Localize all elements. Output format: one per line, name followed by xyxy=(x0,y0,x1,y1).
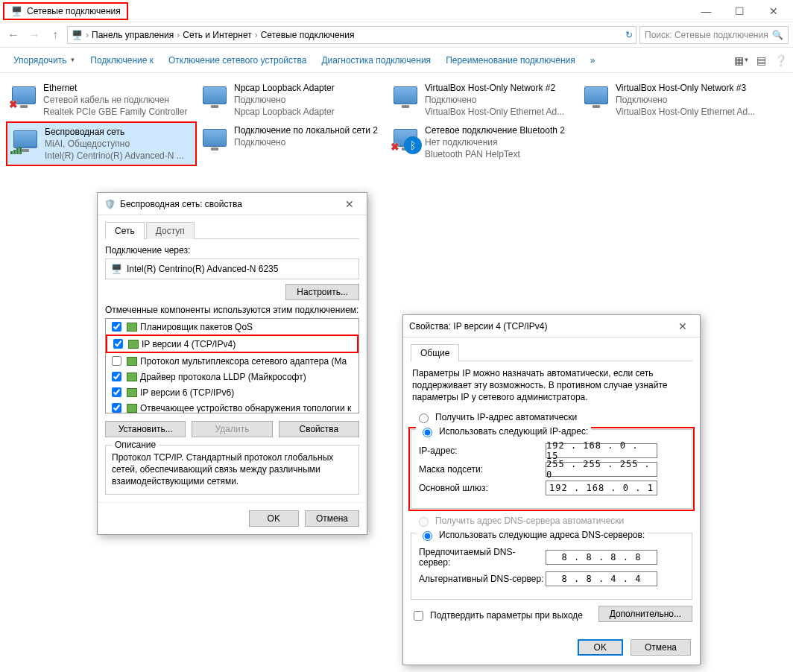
ok-button[interactable]: OK xyxy=(249,510,299,527)
disconnected-icon: ✖ xyxy=(391,141,399,153)
help-icon[interactable]: ❔ xyxy=(774,54,787,67)
breadcrumb-1[interactable]: Панель управления xyxy=(92,30,174,40)
breadcrumb[interactable]: 🖥️ › Панель управления › Сеть и Интернет… xyxy=(67,26,636,44)
adapter-item[interactable]: Npcap Loopback AdapterПодключеноNpcap Lo… xyxy=(197,79,388,121)
confirm-checkbox-row[interactable]: Подтвердить параметры при выходе xyxy=(411,609,583,623)
adapter-item[interactable]: ✖ᛒСетевое подключение Bluetooth 2Нет под… xyxy=(388,121,578,167)
wireless-properties-dialog: 🛡️ Беспроводная сеть: свойства ✕ Сеть До… xyxy=(97,192,367,535)
subnet-mask-input[interactable]: 255 . 255 . 255 . 0 xyxy=(546,462,657,477)
component-checkbox[interactable] xyxy=(113,339,123,349)
component-checkbox[interactable] xyxy=(112,403,121,413)
adapter-item[interactable]: VirtualBox Host-Only Network #2Подключен… xyxy=(388,79,578,121)
dialog-close-button[interactable]: ✕ xyxy=(338,195,361,213)
disable-device-menu[interactable]: Отключение сетевого устройства xyxy=(161,51,314,70)
cancel-button[interactable]: Отмена xyxy=(305,510,359,527)
close-button[interactable]: ✕ xyxy=(756,1,790,22)
protocol-icon xyxy=(128,340,139,349)
adapter-name: VirtualBox Host-Only Network #2 xyxy=(425,82,564,94)
component-label: IP версии 4 (TCP/IPv4) xyxy=(142,339,236,349)
install-button[interactable]: Установить... xyxy=(105,421,186,437)
adapter-icon: ✖ xyxy=(10,82,37,109)
ok-button-2[interactable]: OK xyxy=(578,639,623,656)
preview-pane-icon[interactable]: ▤ xyxy=(754,54,768,67)
breadcrumb-3[interactable]: Сетевые подключения xyxy=(261,30,355,40)
gateway-input[interactable]: 192 . 168 . 0 . 1 xyxy=(546,481,657,495)
component-checkbox[interactable] xyxy=(112,322,121,332)
breadcrumb-2[interactable]: Сеть и Интернет xyxy=(183,30,251,40)
component-checkbox[interactable] xyxy=(112,387,121,397)
protocol-icon xyxy=(127,357,137,366)
component-item[interactable]: IP версии 4 (TCP/IPv4) xyxy=(106,335,358,353)
dialog2-close-button[interactable]: ✕ xyxy=(672,317,694,335)
adapter-icon xyxy=(12,126,39,153)
tab-access[interactable]: Доступ xyxy=(146,222,195,239)
adapter-item[interactable]: VirtualBox Host-Only Network #3Подключен… xyxy=(578,79,769,121)
dns2-input[interactable]: 8 . 8 . 4 . 4 xyxy=(546,571,657,586)
adapter-description: Realtek PCIe GBE Family Controller xyxy=(43,106,187,118)
component-checkbox[interactable] xyxy=(112,356,121,366)
component-label: Драйвер протокола LLDP (Майкрософт) xyxy=(140,372,306,382)
adapter-name: Подключение по локальной сети 2 xyxy=(234,124,378,136)
auto-ip-radio-input[interactable] xyxy=(419,413,429,423)
description-title: Описание xyxy=(112,440,159,450)
use-dns-radio-input[interactable] xyxy=(423,531,432,541)
protocol-icon xyxy=(127,323,137,332)
use-ip-radio[interactable]: Использовать следующий IP-адрес: xyxy=(416,425,591,437)
configure-button[interactable]: Настроить... xyxy=(285,284,359,300)
bluetooth-icon: ᛒ xyxy=(404,136,422,154)
dns1-input[interactable]: 8 . 8 . 8 . 8 xyxy=(546,550,657,565)
maximize-button[interactable]: ☐ xyxy=(723,1,756,22)
rename-menu[interactable]: Переименование подключения xyxy=(438,51,583,70)
use-ip-fieldset: Использовать следующий IP-адрес: IP-адре… xyxy=(411,429,692,509)
adapter-description: Intel(R) Centrino(R) Advanced-N ... xyxy=(45,150,184,162)
component-label: IP версии 6 (TCP/IPv6) xyxy=(140,387,234,398)
adapter-item[interactable]: Беспроводная сетьMiAI, ОбщедоступноIntel… xyxy=(6,121,197,167)
auto-dns-radio-input xyxy=(419,517,429,527)
component-item[interactable]: Драйвер протокола LLDP (Майкрософт) xyxy=(106,369,358,384)
component-checkbox[interactable] xyxy=(112,372,121,381)
adapter-item[interactable]: ✖EthernetСетевой кабель не подключенReal… xyxy=(6,79,197,121)
confirm-checkbox[interactable] xyxy=(414,611,423,621)
subnet-mask-label: Маска подсети: xyxy=(419,464,546,475)
tab-network[interactable]: Сеть xyxy=(105,222,145,239)
adapter-field: 🖥️ Intel(R) Centrino(R) Advanced-N 6235 xyxy=(105,259,359,279)
connect-to-menu[interactable]: Подключение к xyxy=(83,51,161,70)
more-menu[interactable]: » xyxy=(583,51,603,70)
shield-icon: 🛡️ xyxy=(104,198,116,210)
component-item[interactable]: IP версии 6 (TCP/IPv6) xyxy=(106,384,358,400)
adapter-name: Беспроводная сеть xyxy=(45,126,184,138)
organize-menu[interactable]: Упорядочить▼ xyxy=(6,51,83,70)
tab-general[interactable]: Общие xyxy=(411,344,459,361)
back-button[interactable]: ← xyxy=(4,26,22,44)
use-ip-radio-input[interactable] xyxy=(423,428,432,437)
adapter-status: Подключено xyxy=(616,94,755,106)
adapter-description: Bluetooth PAN HelpText xyxy=(425,148,565,160)
components-list[interactable]: Планировщик пакетов QoSIP версии 4 (TCP/… xyxy=(105,318,359,413)
up-button[interactable]: ↑ xyxy=(46,26,64,44)
advanced-button[interactable]: Дополнительно... xyxy=(598,606,692,622)
adapter-item[interactable]: Подключение по локальной сети 2Подключен… xyxy=(197,121,388,167)
adapter-name: Сетевое подключение Bluetooth 2 xyxy=(425,124,565,136)
component-item[interactable]: Протокол мультиплексора сетевого адаптер… xyxy=(106,353,358,369)
adapter-status: Сетевой кабель не подключен xyxy=(43,94,187,106)
forward-button[interactable]: → xyxy=(25,26,43,44)
view-icon[interactable]: ▦▼ xyxy=(735,54,748,67)
protocol-icon xyxy=(127,388,137,397)
diagnose-menu[interactable]: Диагностика подключения xyxy=(314,51,438,70)
remove-button[interactable]: Удалить xyxy=(192,421,272,437)
window-title: Сетевые подключения xyxy=(27,6,121,16)
refresh-icon[interactable]: ↻ xyxy=(625,30,633,40)
search-input[interactable]: Поиск: Сетевые подключения 🔍 xyxy=(639,26,789,44)
use-dns-radio[interactable]: Использовать следующие адреса DNS-сервер… xyxy=(416,529,648,541)
ip-address-input[interactable]: 192 . 168 . 0 . 15 xyxy=(546,443,657,458)
properties-button[interactable]: Свойства xyxy=(279,421,359,437)
minimize-button[interactable]: — xyxy=(689,1,723,22)
use-dns-fieldset: Использовать следующие адреса DNS-сервер… xyxy=(411,533,692,600)
dialog-title: Беспроводная сеть: свойства xyxy=(120,199,242,209)
component-item[interactable]: Планировщик пакетов QoS xyxy=(106,319,358,335)
cancel-button-2[interactable]: Отмена xyxy=(631,639,691,656)
auto-ip-radio[interactable]: Получить IP-адрес автоматически xyxy=(415,411,692,423)
disconnected-icon: ✖ xyxy=(9,98,18,110)
component-item[interactable]: Отвечающее устройство обнаружения тополо… xyxy=(106,400,358,413)
adapter-description: VirtualBox Host-Only Ethernet Ad... xyxy=(616,106,755,118)
